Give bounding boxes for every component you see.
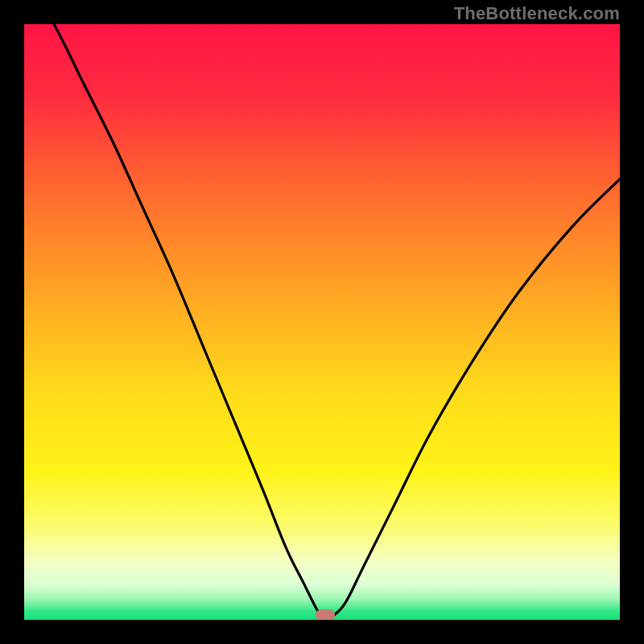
bottleneck-curve: [24, 24, 620, 620]
minimum-marker: [316, 609, 335, 620]
plot-area: [24, 24, 620, 620]
chart-frame: TheBottleneck.com: [0, 0, 644, 644]
watermark-text: TheBottleneck.com: [454, 3, 620, 24]
